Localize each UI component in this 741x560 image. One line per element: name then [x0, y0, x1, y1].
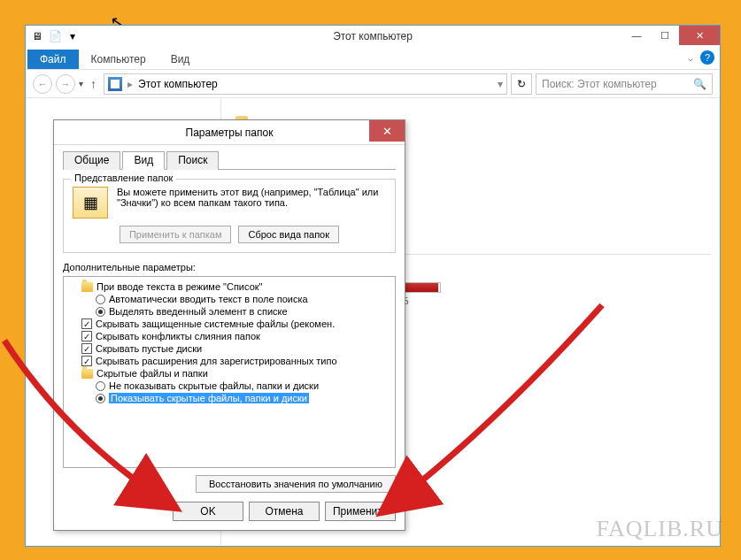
computer-icon [108, 77, 122, 91]
checkbox-icon[interactable]: ✓ [81, 331, 92, 341]
tree-item[interactable]: ✓Скрывать защищенные системные файлы (ре… [81, 318, 390, 330]
tree-item[interactable]: ✓Скрывать расширения для зарегистрирован… [81, 355, 390, 367]
breadcrumb[interactable]: ▸ Этот компьютер ▾ [104, 73, 507, 95]
nav-history-icon[interactable]: ▾ [79, 79, 83, 88]
navbar: ← → ▾ ↑ ▸ Этот компьютер ▾ ↻ Поиск: Этот… [26, 70, 720, 98]
cancel-button[interactable]: Отмена [249, 502, 320, 521]
dialog-close-button[interactable]: ✕ [369, 120, 405, 142]
nav-back-button[interactable]: ← [33, 74, 52, 94]
dialog-footer: OK Отмена Применить [63, 493, 396, 521]
watermark: FAQLIB.RU [596, 516, 723, 542]
ribbon-tab-computer[interactable]: Компьютер [79, 50, 158, 69]
folder-options-dialog: Параметры папок ✕ Общие Вид Поиск Предст… [53, 119, 405, 531]
window-title: Этот компьютер [333, 30, 413, 42]
qa-icon-3[interactable]: ▾ [65, 28, 81, 44]
advanced-label: Дополнительные параметры: [63, 262, 396, 272]
titlebar: 🖥 📄 ▾ Этот компьютер — ☐ ✕ [26, 26, 720, 47]
apply-to-folders-button[interactable]: Применить к папкам [120, 226, 232, 243]
refresh-button[interactable]: ↻ [511, 73, 532, 95]
folder-views-group: Представление папок ▦ Вы можете применит… [63, 179, 396, 253]
tree-item[interactable]: ✓Скрывать конфликты слияния папок [81, 330, 390, 342]
reset-folders-button[interactable]: Сброс вида папок [238, 226, 339, 243]
tree-item-selected[interactable]: Показывать скрытые файлы, папки и диски [96, 392, 390, 404]
restore-defaults-button[interactable]: Восстановить значения по умолчанию [196, 475, 396, 493]
nav-up-button[interactable]: ↑ [87, 77, 100, 91]
folder-icon [81, 369, 93, 379]
folder-preview-icon: ▦ [73, 187, 108, 219]
qa-icon-1[interactable]: 🖥 [29, 28, 45, 44]
breadcrumb-text: Этот компьютер [138, 78, 218, 90]
maximize-button[interactable]: ☐ [651, 26, 679, 45]
search-placeholder: Поиск: Этот компьютер [542, 78, 657, 90]
close-button[interactable]: ✕ [679, 26, 720, 45]
radio-icon[interactable] [96, 295, 105, 304]
group-text: Вы можете применить этот вид (например, … [117, 187, 386, 219]
tree-item[interactable]: Не показывать скрытые файлы, папки и дис… [96, 380, 390, 392]
ribbon-tab-file[interactable]: Файл [27, 50, 79, 69]
advanced-settings-tree[interactable]: При вводе текста в режиме "Список" Автом… [63, 276, 396, 468]
tree-item[interactable]: При вводе текста в режиме "Список" [81, 280, 390, 293]
dialog-title: Параметры папок [186, 127, 274, 139]
tree-item[interactable]: Выделять введенный элемент в списке [96, 305, 390, 318]
checkbox-icon[interactable]: ✓ [81, 343, 92, 354]
search-icon: 🔍 [693, 78, 706, 90]
radio-icon[interactable] [96, 394, 105, 403]
apply-button[interactable]: Применить [325, 502, 396, 521]
dialog-tab-search[interactable]: Поиск [166, 151, 219, 170]
group-title: Представление папок [71, 173, 176, 183]
ribbon-expand-icon[interactable]: ⌵ [688, 53, 693, 63]
checkbox-icon[interactable]: ✓ [81, 356, 92, 366]
radio-icon[interactable] [96, 307, 105, 317]
folder-icon [81, 282, 93, 292]
minimize-button[interactable]: — [622, 26, 651, 45]
dialog-tab-view[interactable]: Вид [122, 151, 165, 170]
nav-forward-button[interactable]: → [56, 74, 75, 94]
radio-icon[interactable] [96, 381, 105, 391]
dialog-tabs: Общие Вид Поиск [63, 150, 396, 170]
search-input[interactable]: Поиск: Этот компьютер 🔍 [536, 73, 713, 95]
ribbon-tabs: Файл Компьютер Вид ⌵ ? [26, 47, 720, 70]
help-icon[interactable]: ? [700, 50, 714, 65]
checkbox-icon[interactable]: ✓ [81, 318, 92, 329]
qa-icon-2[interactable]: 📄 [47, 28, 63, 44]
dialog-tab-general[interactable]: Общие [63, 151, 120, 170]
tree-item[interactable]: ✓Скрывать пустые диски [81, 342, 390, 355]
ok-button[interactable]: OK [173, 502, 243, 521]
tree-item[interactable]: Скрытые файлы и папки [81, 367, 390, 380]
tree-item[interactable]: Автоматически вводить текст в поле поиск… [96, 293, 390, 305]
ribbon-tab-view[interactable]: Вид [158, 50, 203, 69]
dialog-titlebar: Параметры папок ✕ [54, 120, 405, 145]
